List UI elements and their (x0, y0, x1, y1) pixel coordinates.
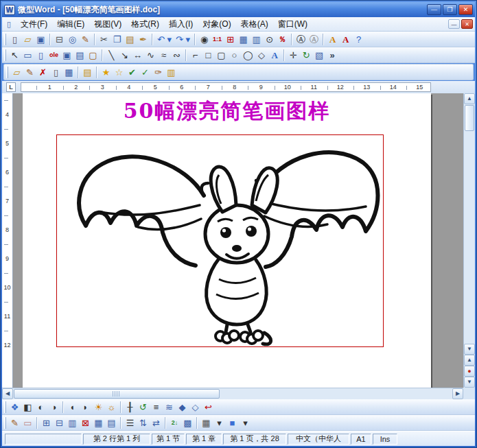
scroll-down-button[interactable]: ▼ (464, 344, 475, 355)
double-arrow-tool[interactable]: ↔ (131, 48, 144, 62)
scroll-up-button[interactable]: ▲ (464, 93, 475, 104)
close-button[interactable]: ✕ (458, 4, 473, 15)
format-painter-button[interactable]: ✒ (137, 32, 150, 46)
insert-picture-button[interactable]: ❖ (8, 400, 21, 414)
rounded-rectangle-tool[interactable]: ▢ (215, 48, 228, 62)
eraser-button[interactable]: ▭ (21, 416, 34, 429)
view-page-button[interactable]: ▯ (49, 65, 62, 79)
print-button[interactable]: ⊟ (53, 32, 66, 46)
line-style-button[interactable]: ≡ (150, 400, 163, 414)
delete-cells-button[interactable]: ⊠ (79, 416, 92, 429)
copy-button[interactable]: ❐ (110, 32, 124, 46)
highlight-button[interactable]: A (326, 32, 339, 46)
save-button[interactable]: ▣ (34, 32, 47, 46)
sign-button[interactable]: ✑ (152, 65, 165, 79)
cut-button[interactable]: ✂ (97, 32, 110, 46)
overflow-chevron[interactable]: » (326, 48, 339, 62)
brightness-down-button[interactable]: ☼ (105, 400, 118, 414)
contrast-up-button[interactable]: ◖ (66, 400, 79, 414)
delete-page-button[interactable]: ✗ (36, 65, 49, 79)
rotate-tool[interactable]: ↻ (300, 48, 313, 62)
zoom-percent-button[interactable]: ％ (276, 32, 289, 46)
maximize-button[interactable]: ❐ (443, 4, 457, 15)
font-color-button[interactable]: A (339, 32, 352, 46)
child-minimize-button[interactable]: — (448, 19, 460, 29)
star-plus-button[interactable]: ☆ (113, 65, 126, 79)
ole-object-tool[interactable]: ole (47, 48, 60, 62)
reset-picture-button[interactable]: ↩ (202, 400, 215, 414)
toolbar-grip[interactable] (6, 67, 8, 78)
horizontal-ruler[interactable]: 123456789101112131415 (21, 82, 431, 92)
toolbar-grip[interactable] (4, 49, 6, 61)
open-button[interactable]: ▱ (21, 32, 34, 46)
draw-table-button[interactable]: ✎ (8, 416, 21, 429)
circle-tool[interactable]: ◯ (241, 48, 255, 62)
insert-table-button[interactable]: ⊞ (40, 416, 53, 429)
merge-cells-button[interactable]: ▦ (92, 416, 105, 429)
picture-tool[interactable]: ▤ (73, 48, 86, 62)
distribute-columns-button[interactable]: ⇄ (150, 416, 163, 429)
insert-columns-button[interactable]: ▥ (66, 416, 79, 429)
shading-dropdown[interactable]: ▾ (239, 416, 252, 429)
text-wrap-button[interactable]: ≋ (163, 400, 176, 414)
wordart-button[interactable]: A (268, 48, 281, 62)
rotate-left-button[interactable]: ↺ (137, 400, 150, 414)
menu-file[interactable]: 文件(F) (16, 17, 52, 32)
page-edit-button[interactable]: ✎ (79, 32, 92, 46)
insert-table-button[interactable]: ⊞ (224, 32, 237, 46)
edit-page-button[interactable]: ✎ (23, 65, 36, 79)
redo-button[interactable]: ↷ ▾ (174, 32, 192, 46)
export-page-button[interactable]: ▱ (10, 65, 23, 79)
vertical-scroll-track[interactable] (464, 132, 475, 344)
menu-edit[interactable]: 编辑(E) (52, 17, 89, 32)
status-insert-mode[interactable]: Ins (373, 434, 397, 445)
table-borders-button[interactable]: ▦ (237, 32, 250, 46)
check-plus-button[interactable]: ✓ (139, 65, 152, 79)
horizontal-scroll-track[interactable] (220, 388, 452, 399)
ellipse-tool[interactable]: ○ (228, 48, 241, 62)
title-bar[interactable]: W 微型Word - [50幅漂亮简笔画图样.doc] —❐✕ (2, 2, 475, 17)
set-transparent-button[interactable]: ◇ (189, 400, 202, 414)
status-row-col[interactable]: 第 2 行第 1 列 (83, 434, 150, 445)
borders-button[interactable]: ▦ (200, 416, 213, 429)
arrow-tool[interactable]: ↘ (118, 48, 131, 62)
image-control-button[interactable]: ◧ (21, 400, 34, 414)
previous-page-button[interactable]: ▲ (464, 355, 475, 366)
tab-selector[interactable]: L (6, 82, 16, 92)
child-close-button[interactable]: ✕ (461, 19, 473, 29)
minimize-button[interactable]: — (427, 4, 441, 15)
undo-button[interactable]: ↶ ▾ (155, 32, 174, 46)
toolbar-grip[interactable] (4, 417, 6, 429)
document-page[interactable]: 50幅漂亮简笔画图样 (23, 93, 431, 388)
borders-dropdown[interactable]: ▾ (213, 416, 226, 429)
position-tool[interactable]: ✛ (287, 48, 300, 62)
vertical-ruler[interactable]: 456789101112 (2, 93, 13, 388)
insert-rows-button[interactable]: ⊟ (53, 416, 66, 429)
clipboard-button[interactable]: ▤ (81, 65, 94, 79)
connector-tool[interactable]: ⌐ (189, 48, 202, 62)
char-border-button[interactable]: Ⓐ (294, 32, 307, 46)
vertical-text-box-tool[interactable]: ▯ (34, 48, 47, 62)
next-page-button[interactable]: ▼ (464, 377, 475, 388)
status-page[interactable]: 第 1 页，共 28 (223, 434, 286, 445)
paste-button[interactable]: ▤ (124, 32, 137, 46)
select-tool[interactable]: ↖ (8, 48, 21, 62)
crop-button[interactable]: ╂ (124, 400, 137, 414)
diamond-tool[interactable]: ◇ (255, 48, 268, 62)
format-picture-button[interactable]: ◆ (176, 400, 189, 414)
split-cells-button[interactable]: ▤ (105, 416, 118, 429)
find-button[interactable]: ◉ (198, 32, 211, 46)
browse-object-button[interactable]: ● (464, 366, 475, 377)
brightness-up-button[interactable]: ☀ (92, 400, 105, 414)
new-document-button[interactable]: ▯ (8, 32, 21, 46)
check-button[interactable]: ✔ (126, 65, 139, 79)
distribute-rows-button[interactable]: ⇅ (137, 416, 150, 429)
layout-tool[interactable]: ▧ (313, 48, 326, 62)
button-tool[interactable]: ▢ (86, 48, 100, 62)
scroll-right-button[interactable]: ▶ (452, 388, 463, 399)
frame-tool[interactable]: ▣ (60, 48, 73, 62)
menu-insert[interactable]: 插入(I) (164, 17, 198, 32)
menu-view[interactable]: 视图(V) (89, 17, 126, 32)
print-preview-button[interactable]: ◎ (66, 32, 79, 46)
sort-button[interactable]: 2↓ (168, 416, 181, 429)
